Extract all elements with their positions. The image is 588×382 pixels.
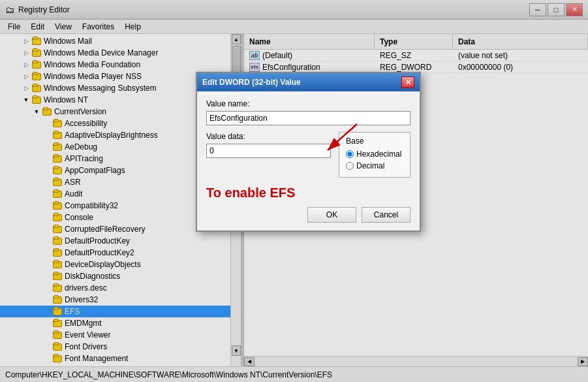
value-data-section: Value data: <box>206 132 331 158</box>
dialog-title: Edit DWORD (32-bit) Value <box>202 78 301 87</box>
cancel-button[interactable]: Cancel <box>362 207 410 223</box>
dialog-value-base-row: Value data: <box>206 132 410 178</box>
dialog-overlay: Edit DWORD (32-bit) Value ✕ Value name: … <box>0 0 588 382</box>
radio-hex-label: Hexadecimal <box>356 150 401 159</box>
value-input-wrapper <box>206 144 331 158</box>
dialog-body: Value name: Value data: <box>197 91 420 231</box>
ok-button[interactable]: OK <box>307 207 356 223</box>
dialog-close-button[interactable]: ✕ <box>401 76 414 88</box>
dialog-buttons: OK Cancel <box>206 207 410 223</box>
radio-dec-label: Decimal <box>356 161 384 170</box>
arrow-annotation-svg <box>315 121 360 160</box>
radio-decimal[interactable]: Decimal <box>346 161 403 170</box>
dialog-title-bar: Edit DWORD (32-bit) Value ✕ <box>197 73 420 91</box>
enable-efs-annotation: To enable EFS <box>206 185 410 200</box>
value-data-input[interactable] <box>206 144 331 158</box>
svg-line-1 <box>328 124 357 150</box>
value-name-input[interactable] <box>206 111 410 125</box>
value-name-label: Value name: <box>206 99 410 108</box>
edit-dword-dialog: Edit DWORD (32-bit) Value ✕ Value name: … <box>196 72 421 232</box>
value-data-label: Value data: <box>206 132 331 141</box>
radio-dec-input[interactable] <box>346 162 354 170</box>
